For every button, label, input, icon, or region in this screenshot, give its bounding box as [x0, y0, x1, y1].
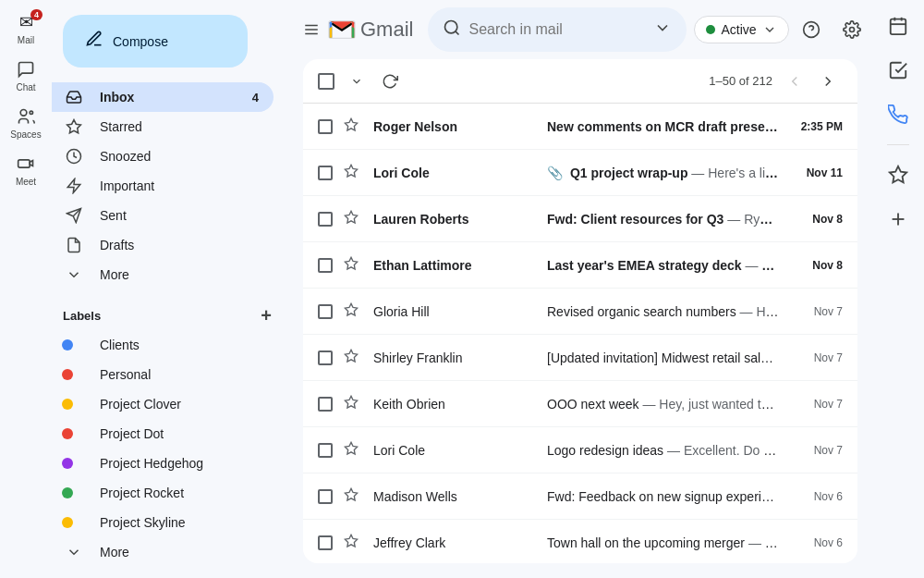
email-row[interactable]: Shirley Franklin [Updated invitation] Mi…: [303, 335, 857, 381]
snoozed-icon: [63, 148, 85, 165]
row-star-button[interactable]: [344, 349, 362, 367]
help-button[interactable]: [793, 11, 830, 48]
hamburger-menu-button[interactable]: [303, 11, 320, 48]
row-checkbox[interactable]: [318, 489, 333, 504]
calendar-button[interactable]: [880, 7, 917, 44]
email-area: 1–50 of 212 Roger Nelson New comments on…: [303, 59, 857, 563]
email-time: Nov 11: [787, 166, 843, 179]
email-row[interactable]: Roger Nelson New comments on MCR draft p…: [303, 104, 857, 150]
nav-label-clients[interactable]: Clients: [52, 330, 274, 360]
email-sender: Gloria Hill: [373, 304, 540, 319]
row-star-button[interactable]: [344, 210, 362, 228]
row-checkbox[interactable]: [318, 350, 333, 365]
row-star-button[interactable]: [344, 117, 362, 136]
nav-starred[interactable]: Starred: [52, 112, 274, 141]
starred-icon: [63, 118, 85, 135]
label-name: Project Hedgehog: [100, 456, 259, 471]
sidebar-item-spaces[interactable]: Spaces: [4, 102, 48, 145]
nav-drafts[interactable]: Drafts: [52, 230, 274, 260]
nav-label-project-clover[interactable]: Project Clover: [52, 389, 274, 419]
sidebar-item-meet[interactable]: Meet: [4, 149, 48, 192]
settings-button[interactable]: [833, 11, 870, 48]
email-subject: OOO next week: [547, 397, 639, 412]
email-content: Town hall on the upcoming merger — Every…: [547, 535, 780, 550]
spaces-label: Spaces: [10, 129, 41, 140]
gmail-text: Gmail: [360, 18, 413, 42]
row-checkbox[interactable]: [318, 258, 333, 273]
email-list: Roger Nelson New comments on MCR draft p…: [303, 104, 857, 563]
attachment-icon: 📎: [547, 166, 563, 180]
star-button[interactable]: [880, 156, 917, 193]
nav-label-project-skyline[interactable]: Project Skyline: [52, 508, 274, 537]
email-time: 2:35 PM: [787, 120, 843, 133]
email-row[interactable]: Madison Wells Fwd: Feedback on new signu…: [303, 473, 857, 520]
row-checkbox[interactable]: [318, 212, 333, 227]
email-row[interactable]: Keith Obrien OOO next week — Hey, just w…: [303, 381, 857, 427]
sent-icon: [63, 207, 85, 224]
next-page-button[interactable]: [813, 67, 843, 96]
search-dropdown-icon[interactable]: [653, 18, 672, 42]
email-row[interactable]: Ethan Lattimore Last year's EMEA strateg…: [303, 242, 857, 289]
labels-section: Labels +: [52, 289, 288, 330]
svg-rect-44: [891, 19, 906, 34]
email-sender: Lori Cole: [373, 443, 540, 458]
add-panel-button[interactable]: [880, 201, 917, 238]
email-content: Last year's EMEA strategy deck — Sending…: [547, 258, 780, 273]
active-status-button[interactable]: Active: [694, 16, 788, 43]
nav-sent[interactable]: Sent: [52, 201, 274, 230]
add-label-button[interactable]: +: [255, 304, 277, 326]
email-sender: Jeffrey Clark: [373, 535, 540, 550]
nav-label-project-hedgehog[interactable]: Project Hedgehog: [52, 449, 274, 478]
label-color-dot: [63, 369, 85, 380]
refresh-button[interactable]: [375, 67, 405, 96]
row-star-button[interactable]: [344, 256, 362, 275]
select-dropdown-button[interactable]: [342, 67, 371, 96]
sidebar-item-chat[interactable]: Chat: [4, 55, 48, 98]
tasks-button[interactable]: [880, 52, 917, 89]
label-color-dot: [63, 428, 85, 439]
email-row[interactable]: Lori Cole 📎 Q1 project wrap-up — Here's …: [303, 150, 857, 196]
email-row[interactable]: Lori Cole Logo redesign ideas — Excellen…: [303, 427, 857, 473]
mail-badge: 4: [30, 9, 43, 20]
row-star-button[interactable]: [344, 534, 362, 552]
row-checkbox[interactable]: [318, 397, 333, 412]
row-checkbox-wrap: [318, 166, 336, 180]
email-toolbar: 1–50 of 212: [303, 59, 857, 104]
email-sender: Shirley Franklin: [373, 350, 540, 365]
email-row[interactable]: Jeffrey Clark Town hall on the upcoming …: [303, 520, 857, 563]
row-star-button[interactable]: [344, 395, 362, 413]
label-color-dot: [63, 399, 85, 410]
email-row[interactable]: Gloria Hill Revised organic search numbe…: [303, 289, 857, 335]
nav-snoozed[interactable]: Snoozed: [52, 141, 274, 171]
row-checkbox[interactable]: [318, 304, 333, 319]
contacts-button[interactable]: [880, 96, 917, 133]
nav-more[interactable]: More: [52, 260, 274, 289]
email-row[interactable]: Lauren Roberts Fwd: Client resources for…: [303, 196, 857, 242]
row-star-button[interactable]: [344, 441, 362, 460]
nav-label-project-rocket[interactable]: Project Rocket: [52, 478, 274, 508]
row-star-button[interactable]: [344, 302, 362, 321]
row-checkbox[interactable]: [318, 119, 333, 134]
svg-point-0: [20, 110, 27, 117]
previous-page-button[interactable]: [780, 67, 809, 96]
row-checkbox-wrap: [318, 258, 336, 273]
inbox-label: Inbox: [100, 90, 252, 105]
nav-important[interactable]: Important: [52, 171, 274, 201]
meet-label: Meet: [16, 177, 36, 187]
row-star-button[interactable]: [344, 487, 362, 506]
search-input[interactable]: [468, 21, 653, 38]
nav-label-project-dot[interactable]: Project Dot: [52, 419, 274, 449]
email-subject: Logo redesign ideas: [547, 443, 663, 458]
row-checkbox[interactable]: [318, 443, 333, 458]
row-checkbox[interactable]: [318, 535, 333, 550]
search-bar[interactable]: [428, 7, 687, 52]
svg-marker-29: [345, 211, 357, 223]
nav-label-personal[interactable]: Personal: [52, 360, 274, 389]
sidebar-item-mail[interactable]: ✉ Mail 4: [4, 7, 48, 51]
select-all-checkbox[interactable]: [318, 73, 334, 90]
nav-labels-more[interactable]: More: [52, 537, 274, 567]
row-checkbox[interactable]: [318, 166, 333, 180]
compose-button[interactable]: Compose: [63, 15, 248, 68]
row-star-button[interactable]: [344, 164, 362, 182]
nav-inbox[interactable]: Inbox 4: [52, 82, 274, 112]
